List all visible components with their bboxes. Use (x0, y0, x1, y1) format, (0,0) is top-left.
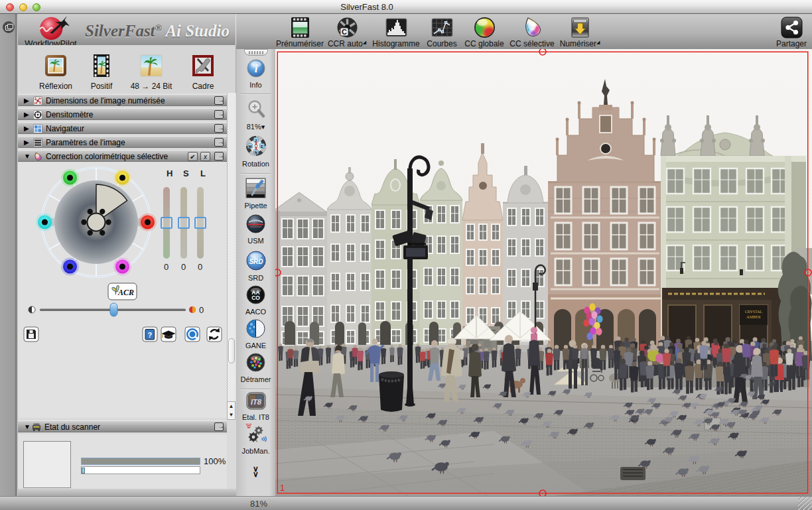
svg-text:S: S (183, 168, 189, 178)
svg-text:?: ? (148, 331, 153, 339)
svg-text:0: 0 (198, 262, 202, 272)
svg-text:CO: CO (251, 294, 260, 301)
svg-text:i: i (254, 62, 257, 75)
svg-text:0: 0 (164, 262, 169, 272)
svg-text:M: M (248, 145, 251, 149)
svg-text:H: H (167, 168, 172, 178)
svg-text:0: 0 (181, 262, 186, 272)
svg-text:E: E (260, 145, 263, 149)
svg-text:C: C (342, 28, 347, 36)
svg-text:CRYSTAL: CRYSTAL (745, 310, 763, 314)
svg-text:SRD: SRD (249, 258, 263, 265)
svg-text:ACR: ACR (117, 288, 134, 297)
svg-text:0: 0 (199, 305, 204, 315)
svg-text:1: 1 (280, 483, 285, 493)
svg-text:IT8: IT8 (251, 398, 262, 406)
svg-text:AMBER: AMBER (746, 315, 760, 319)
svg-text:L: L (200, 168, 206, 178)
